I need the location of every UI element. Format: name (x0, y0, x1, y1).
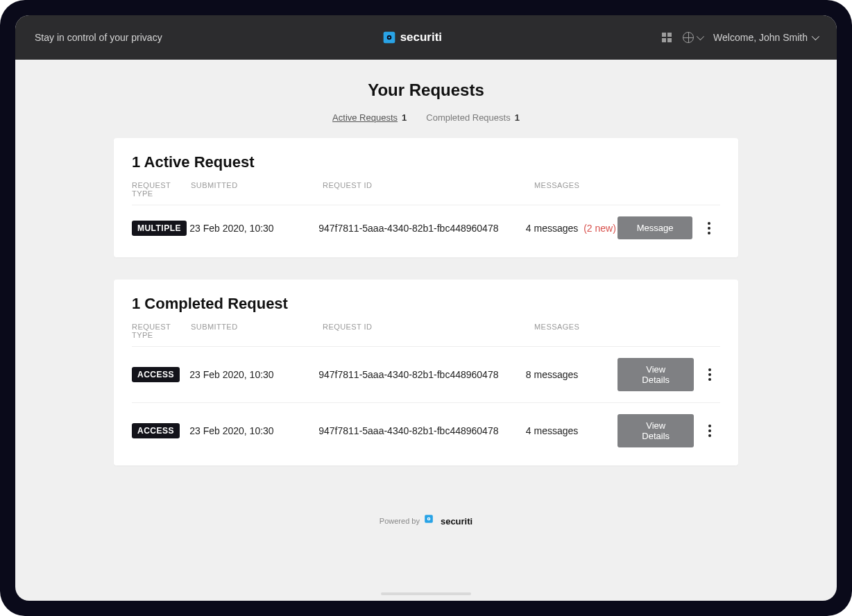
table-row: MULTIPLE 23 Feb 2020, 10:30 947f7811-5aa… (132, 205, 720, 250)
powered-by-text: Powered by (380, 517, 420, 525)
page-title: Your Requests (15, 80, 837, 100)
tab-active-requests[interactable]: Active Requests 1 (332, 112, 407, 123)
table-row: ACCESS 23 Feb 2020, 10:30 947f7811-5aaa-… (132, 346, 720, 402)
messages-cell: 4 messages (526, 425, 617, 436)
table-row: ACCESS 23 Feb 2020, 10:30 947f7811-5aaa-… (132, 402, 720, 459)
request-id-cell: 947f7811-5aaa-4340-82b1-fbc448960478 (318, 223, 526, 234)
col-header-id: REQUEST ID (323, 323, 534, 339)
section-title: 1 Completed Request (132, 295, 720, 313)
chevron-down-icon (812, 33, 819, 40)
col-header-submitted: SUBMITTED (191, 323, 323, 339)
chevron-down-icon (697, 33, 704, 40)
row-menu-icon[interactable] (704, 425, 716, 437)
row-menu-icon[interactable] (702, 222, 716, 234)
col-header-id: REQUEST ID (323, 181, 534, 198)
brand-name: securiti (400, 31, 442, 44)
tab-label: Active Requests (332, 112, 398, 123)
securiti-logo-icon (382, 31, 396, 44)
request-tabs: Active Requests 1 Completed Requests 1 (15, 112, 837, 123)
active-requests-card: 1 Active Request REQUEST TYPE SUBMITTED … (114, 138, 738, 257)
request-type-badge: MULTIPLE (132, 221, 187, 236)
header-tagline: Stay in control of your privacy (35, 32, 162, 43)
col-header-messages: MESSAGES (534, 323, 628, 339)
footer-brand-name: securiti (441, 516, 472, 527)
user-menu[interactable]: Welcome, John Smith (713, 32, 817, 43)
main-content: Your Requests Active Requests 1 Complete… (15, 60, 837, 601)
topbar: Stay in control of your privacy securiti… (15, 15, 837, 60)
view-details-button[interactable]: View Details (617, 358, 694, 391)
table-header: REQUEST TYPE SUBMITTED REQUEST ID MESSAG… (132, 181, 720, 205)
message-button[interactable]: Message (617, 216, 692, 239)
securiti-logo-icon (424, 514, 438, 528)
topbar-right: Welcome, John Smith (662, 32, 817, 43)
tab-count: 1 (515, 112, 520, 123)
messages-count: 4 messages (526, 223, 578, 234)
request-id-cell: 947f7811-5aaa-4340-82b1-fbc448960478 (318, 369, 526, 380)
svg-point-5 (428, 518, 429, 520)
footer-brand: Powered by securiti (15, 514, 837, 528)
tab-count: 1 (402, 112, 407, 123)
col-header-messages: MESSAGES (534, 181, 628, 198)
submitted-cell: 23 Feb 2020, 10:30 (189, 425, 318, 436)
section-title: 1 Active Request (132, 153, 720, 171)
screen: Stay in control of your privacy securiti… (15, 15, 837, 601)
request-type-badge: ACCESS (132, 423, 180, 438)
language-selector[interactable] (683, 32, 702, 43)
apps-grid-icon[interactable] (662, 33, 672, 42)
tab-label: Completed Requests (426, 112, 510, 123)
tab-completed-requests[interactable]: Completed Requests 1 (426, 112, 520, 123)
completed-requests-card: 1 Completed Request REQUEST TYPE SUBMITT… (114, 280, 738, 465)
request-type-badge: ACCESS (132, 367, 180, 382)
messages-cell: 8 messages (526, 369, 617, 380)
footer-logo: securiti (424, 514, 472, 528)
messages-cell: 4 messages (2 new) (526, 223, 617, 234)
view-details-button[interactable]: View Details (617, 414, 694, 447)
home-indicator (381, 592, 471, 595)
svg-point-2 (388, 37, 390, 39)
welcome-text: Welcome, John Smith (713, 32, 808, 43)
table-header: REQUEST TYPE SUBMITTED REQUEST ID MESSAG… (132, 323, 720, 346)
submitted-cell: 23 Feb 2020, 10:30 (189, 369, 318, 380)
device-frame: Stay in control of your privacy securiti… (0, 0, 852, 616)
row-menu-icon[interactable] (704, 368, 716, 381)
brand-logo: securiti (382, 31, 442, 44)
new-messages-badge: (2 new) (583, 223, 616, 234)
submitted-cell: 23 Feb 2020, 10:30 (189, 223, 318, 234)
col-header-type: REQUEST TYPE (132, 181, 191, 198)
col-header-submitted: SUBMITTED (191, 181, 323, 198)
request-id-cell: 947f7811-5aaa-4340-82b1-fbc448960478 (318, 425, 526, 436)
globe-icon (683, 32, 694, 43)
col-header-type: REQUEST TYPE (132, 323, 191, 339)
